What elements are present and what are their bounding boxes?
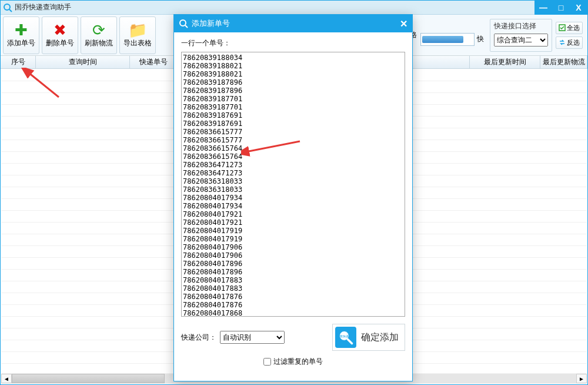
svg-point-0 [4, 4, 10, 10]
api-group-legend: 快递接口选择 [494, 21, 548, 31]
svg-text:查快递: 查快递 [340, 334, 349, 338]
refresh-icon: ⟳ [92, 22, 105, 38]
minimize-button[interactable]: — [534, 1, 552, 15]
svg-line-4 [185, 25, 188, 28]
maximize-button[interactable]: □ [552, 1, 570, 15]
window-controls: — □ X [534, 1, 587, 15]
company-label: 快递公司： [181, 333, 216, 343]
invert-label: 反选 [567, 38, 580, 47]
scroll-right-button[interactable]: ► [576, 374, 587, 383]
search-logo-icon: 查快递 [335, 327, 356, 348]
dialog-footer: 快递公司： 自动识别 查快递 确定添加 [181, 324, 405, 351]
filter-dup-checkbox[interactable]: 过滤重复的单号 [181, 357, 405, 367]
add-tracking-dialog: 添加新单号 ✕ 一行一个单号： 快递公司： 自动识别 查快递 确定添加 过滤重复… [173, 14, 413, 381]
dialog-body: 一行一个单号： 快递公司： 自动识别 查快递 确定添加 过滤重复的单号 [174, 32, 412, 381]
cross-icon: ✖ [54, 22, 66, 38]
refresh-label: 刷新物流 [85, 38, 113, 48]
app-title: 国乔快递查询助手 [15, 2, 71, 12]
api-group: 快递接口选择 综合查询二 [490, 19, 552, 52]
select-all-button[interactable]: 全选 [556, 22, 583, 34]
app-icon [3, 3, 12, 12]
titlebar: 国乔快递查询助手 — □ X [1, 1, 587, 15]
delete-label: 删除单号 [46, 38, 74, 48]
filter-dup-label: 过滤重复的单号 [273, 357, 323, 367]
col-seq[interactable]: 序号 [1, 56, 36, 68]
speed-slider[interactable] [420, 33, 475, 46]
dialog-titlebar: 添加新单号 ✕ [174, 15, 412, 32]
col-query-time[interactable]: 查询时间 [36, 56, 130, 68]
scroll-left-button[interactable]: ◄ [1, 374, 12, 383]
speed-fast-label: 快 [477, 34, 484, 44]
refresh-button[interactable]: ⟳ 刷新物流 [81, 16, 117, 54]
svg-point-3 [180, 20, 186, 26]
col-track-no[interactable]: 快递单号 [130, 56, 177, 68]
api-select[interactable]: 综合查询二 [494, 34, 548, 47]
select-all-label: 全选 [567, 24, 580, 32]
tracking-textarea[interactable] [181, 52, 405, 317]
select-all-icon [559, 24, 566, 31]
col-last-logi[interactable]: 最后更新物流 [540, 56, 587, 68]
svg-line-1 [9, 9, 12, 12]
dialog-title: 添加新单号 [192, 18, 230, 29]
dialog-hint: 一行一个单号： [181, 38, 405, 48]
svg-line-8 [348, 340, 352, 344]
scroll-thumb[interactable] [12, 374, 165, 383]
confirm-add-button[interactable]: 查快递 确定添加 [332, 324, 405, 351]
close-button[interactable]: X [570, 1, 587, 15]
selection-buttons: 全选 反选 [556, 22, 583, 49]
export-button[interactable]: 📁 导出表格 [119, 16, 156, 54]
folder-icon: 📁 [128, 22, 147, 38]
invert-icon [559, 39, 566, 46]
export-label: 导出表格 [123, 38, 152, 48]
confirm-label: 确定添加 [361, 331, 399, 344]
add-button[interactable]: ✚ 添加单号 [3, 16, 39, 54]
add-label: 添加单号 [7, 38, 35, 48]
company-select[interactable]: 自动识别 [220, 331, 285, 344]
delete-button[interactable]: ✖ 删除单号 [42, 16, 78, 54]
col-last-update[interactable]: 最后更新时间 [470, 56, 540, 68]
filter-dup-input[interactable] [263, 358, 271, 366]
plus-icon: ✚ [15, 22, 28, 38]
invert-button[interactable]: 反选 [556, 36, 583, 49]
dialog-close-button[interactable]: ✕ [400, 18, 407, 29]
dialog-app-icon [179, 19, 188, 28]
